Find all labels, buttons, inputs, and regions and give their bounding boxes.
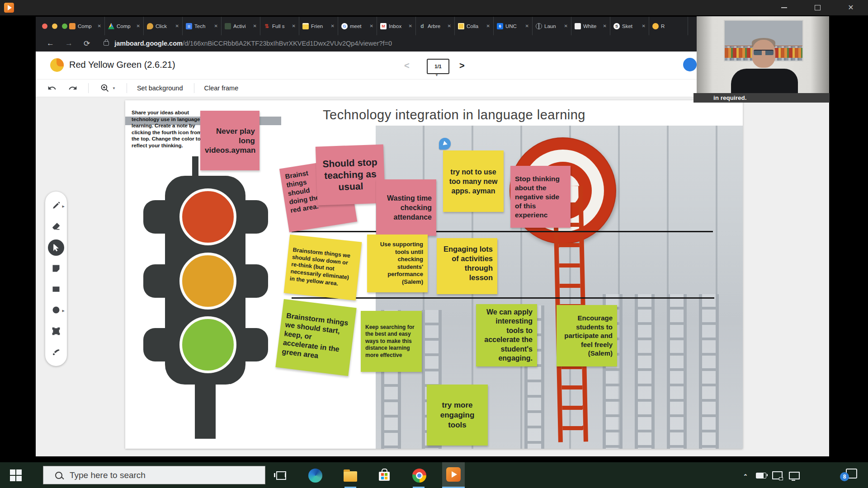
image-tool[interactable] bbox=[48, 281, 64, 297]
sticky-note-tool[interactable] bbox=[48, 260, 64, 277]
url-path: /d/166xnBiCCRbb6A2KTF23bxIhBvrXKVEd1Dwx2… bbox=[183, 40, 392, 47]
store-button[interactable] bbox=[377, 468, 392, 483]
sticky-note[interactable]: Brainstorm things we should slow down or… bbox=[284, 235, 362, 300]
tab-close-icon[interactable]: ✕ bbox=[214, 23, 218, 28]
tab-close-icon[interactable]: ✕ bbox=[642, 23, 646, 28]
tab-close-icon[interactable]: ✕ bbox=[292, 23, 296, 28]
tab[interactable]: R bbox=[649, 17, 688, 35]
caption-bar: in required. bbox=[693, 93, 830, 103]
row-divider-line bbox=[292, 231, 713, 232]
jamboard-frame[interactable]: Technology integration in language learn… bbox=[125, 100, 743, 449]
sticky-note[interactable]: Encourage students to participate and fe… bbox=[557, 305, 617, 366]
tab-close-icon[interactable]: ✕ bbox=[137, 23, 140, 28]
shape-tool[interactable]: ▶ bbox=[48, 302, 64, 318]
task-view-button[interactable] bbox=[274, 468, 289, 483]
redo-icon[interactable] bbox=[68, 84, 77, 93]
tab[interactable]: SSket✕ bbox=[610, 17, 649, 35]
reload-icon[interactable]: ⟳ bbox=[84, 39, 90, 48]
tab[interactable]: Activi✕ bbox=[222, 17, 260, 35]
sticky-note[interactable]: Use supporting tools until checking stud… bbox=[367, 235, 428, 292]
tab-close-icon[interactable]: ✕ bbox=[448, 23, 451, 28]
sticky-note[interactable]: Keep searching for the best and easy way… bbox=[361, 311, 422, 372]
tab-close-icon[interactable]: ✕ bbox=[98, 23, 101, 28]
previous-frame-icon[interactable]: < bbox=[404, 61, 410, 71]
padlock-icon[interactable] bbox=[104, 41, 109, 46]
tab[interactable]: 6UNC✕ bbox=[494, 17, 533, 35]
eraser-tool[interactable] bbox=[48, 218, 64, 235]
avatar[interactable] bbox=[683, 58, 697, 71]
back-icon[interactable]: ← bbox=[47, 39, 54, 48]
start-button[interactable] bbox=[10, 469, 22, 481]
tab-close-icon[interactable]: ✕ bbox=[175, 23, 179, 28]
zoom-caret-icon[interactable]: ▼ bbox=[112, 86, 116, 90]
screen: ✕ Comp✕ Comp✕ Click✕ Tech✕ Activi✕ ⇅Full… bbox=[0, 0, 868, 488]
tab[interactable]: Laun✕ bbox=[533, 17, 571, 35]
tab[interactable]: Gmeet✕ bbox=[338, 17, 377, 35]
tab-close-icon[interactable]: ✕ bbox=[486, 23, 490, 28]
tab[interactable]: Comp✕ bbox=[105, 17, 144, 35]
traffic-light-stub bbox=[192, 156, 198, 178]
zoom-icon[interactable] bbox=[100, 84, 109, 93]
sticky-note[interactable]: try not to use too many new apps. ayman bbox=[443, 150, 504, 212]
globe-icon bbox=[536, 23, 542, 29]
sticky-note[interactable]: Engaging lots of activities through less… bbox=[437, 238, 497, 294]
tab[interactable]: Tech✕ bbox=[183, 17, 222, 35]
file-explorer-button[interactable] bbox=[343, 468, 358, 483]
tab[interactable]: White✕ bbox=[571, 17, 610, 35]
mac-minimize-icon[interactable] bbox=[52, 23, 57, 29]
sticky-note[interactable]: Should stop teaching as usual bbox=[316, 144, 385, 205]
edge-button[interactable] bbox=[307, 468, 323, 483]
board-instructions: Share your ideas about technology use in… bbox=[132, 109, 203, 149]
sticky-note[interactable]: Wasting time checking attendance bbox=[376, 179, 436, 236]
tab[interactable]: ⇅Full s✕ bbox=[260, 17, 299, 35]
sticky-note[interactable]: We can apply interesting tools to accele… bbox=[476, 304, 537, 366]
next-frame-icon[interactable]: > bbox=[459, 61, 465, 71]
sticky-note[interactable]: Never play long videos.ayman bbox=[200, 111, 259, 170]
tray-expand-button[interactable]: ⌃ bbox=[739, 469, 752, 482]
taskbar: Type here to search ⌃ 8 bbox=[0, 462, 868, 488]
document-title[interactable]: Red Yellow Green (2.6.21) bbox=[69, 60, 175, 70]
tab-close-icon[interactable]: ✕ bbox=[525, 23, 529, 28]
tab-close-icon[interactable]: ✕ bbox=[253, 23, 257, 28]
sketch-icon: S bbox=[613, 23, 620, 29]
text-box-tool[interactable] bbox=[48, 323, 64, 339]
tab[interactable]: Colla✕ bbox=[455, 17, 494, 35]
tab-close-icon[interactable]: ✕ bbox=[409, 23, 412, 28]
display-status[interactable] bbox=[788, 469, 801, 482]
tab-close-icon[interactable]: ✕ bbox=[370, 23, 373, 28]
tab[interactable]: Click✕ bbox=[144, 17, 183, 35]
sticky-note[interactable]: try more engaging tools bbox=[427, 385, 488, 446]
mac-window-controls[interactable] bbox=[42, 23, 67, 29]
tab[interactable]: MInbox✕ bbox=[377, 17, 416, 35]
whiteboard-icon bbox=[575, 23, 581, 29]
tab[interactable]: Comp✕ bbox=[66, 17, 105, 35]
tab-close-icon[interactable]: ✕ bbox=[331, 23, 335, 28]
frame-selector[interactable]: 1/1 bbox=[427, 59, 449, 74]
address-bar[interactable]: jamboard.google.com/d/166xnBiCCRbb6A2KTF… bbox=[114, 40, 392, 47]
tab-close-icon[interactable]: ✕ bbox=[603, 23, 607, 28]
battery-status[interactable] bbox=[754, 469, 768, 482]
chevron-up-icon: ⌃ bbox=[743, 473, 748, 480]
taskbar-search-input[interactable]: Type here to search bbox=[43, 466, 265, 484]
close-button[interactable]: ✕ bbox=[845, 2, 856, 13]
undo-icon[interactable] bbox=[47, 84, 57, 93]
laser-pointer-tool[interactable] bbox=[48, 344, 64, 360]
set-background-button[interactable]: Set background bbox=[137, 84, 183, 92]
tab[interactable]: Frien✕ bbox=[299, 17, 338, 35]
minimize-button[interactable] bbox=[778, 2, 789, 13]
forward-icon[interactable]: → bbox=[65, 39, 73, 48]
network-status[interactable] bbox=[770, 469, 784, 482]
media-player-button[interactable] bbox=[442, 462, 465, 488]
action-center-button[interactable]: 8 bbox=[840, 468, 858, 483]
tab[interactable]: dArbre✕ bbox=[416, 17, 455, 35]
chrome-button[interactable] bbox=[411, 468, 427, 483]
pen-tool[interactable]: ▶ bbox=[48, 197, 64, 214]
select-tool[interactable] bbox=[48, 239, 64, 256]
sticky-note[interactable]: Brainstorm things we should start, keep,… bbox=[275, 299, 356, 376]
clear-frame-button[interactable]: Clear frame bbox=[204, 84, 239, 92]
mac-close-icon[interactable] bbox=[42, 23, 47, 29]
maximize-button[interactable] bbox=[812, 2, 823, 13]
tab-close-icon[interactable]: ✕ bbox=[564, 23, 568, 28]
minimize-icon bbox=[781, 7, 787, 8]
sticky-note[interactable]: Stop thinking about the negative side of… bbox=[510, 166, 571, 228]
